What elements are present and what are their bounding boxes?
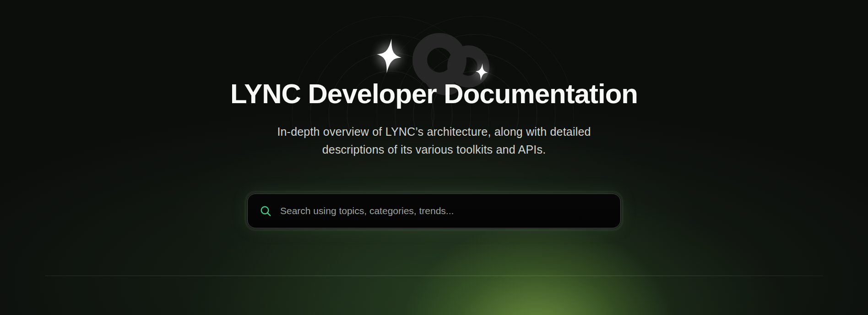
page-subtitle: In-depth overview of LYNC’s architecture… xyxy=(0,123,868,159)
page-subtitle-line-1: In-depth overview of LYNC’s architecture… xyxy=(0,123,868,141)
search-input[interactable] xyxy=(279,205,608,217)
section-divider xyxy=(45,276,823,276)
hero-section: LYNC Developer Documentation In-depth ov… xyxy=(0,0,868,228)
search-bar[interactable] xyxy=(247,193,621,228)
search-icon xyxy=(260,205,272,217)
page-title: LYNC Developer Documentation xyxy=(0,79,868,109)
page-subtitle-line-2: descriptions of its various toolkits and… xyxy=(0,141,868,159)
